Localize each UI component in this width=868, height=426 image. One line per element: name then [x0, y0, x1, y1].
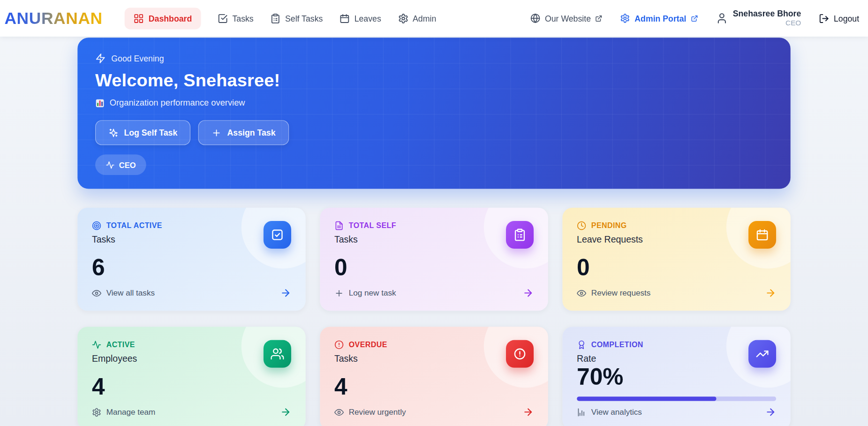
card-action-label: View all tasks — [106, 289, 155, 297]
greeting-row: Good Evening — [95, 53, 773, 63]
nav-item-leaves[interactable]: Leaves — [340, 13, 381, 23]
card-title: Employees — [92, 353, 291, 364]
user-role: CEO — [785, 19, 801, 28]
bar-chart-icon — [577, 407, 586, 417]
card-action-log-new-task[interactable]: Log new task — [334, 288, 534, 299]
log-self-task-label: Log Self Task — [124, 128, 177, 137]
card-action-view-analytics[interactable]: View analytics — [577, 406, 776, 418]
file-text-icon — [334, 221, 344, 230]
nav-item-dashboard[interactable]: Dashboard — [125, 8, 201, 29]
nav-item-label: Tasks — [232, 14, 253, 23]
card-value: 4 — [92, 375, 291, 398]
nav-item-self-tasks[interactable]: Self Tasks — [270, 13, 323, 23]
nav-item-tasks[interactable]: Tasks — [218, 13, 254, 23]
gear-icon — [620, 13, 630, 23]
logout-icon — [819, 13, 829, 23]
nav-item-admin[interactable]: Admin — [398, 13, 436, 23]
card-value: 70% — [577, 365, 776, 389]
welcome-title: Welcome, Snehasree! — [95, 70, 773, 91]
sparkles-icon — [108, 128, 118, 137]
stat-card-total-self-tasks[interactable]: TOTAL SELF Tasks 0 Log new task — [320, 208, 548, 311]
card-action-label: Log new task — [349, 289, 396, 297]
card-category: TOTAL ACTIVE — [106, 221, 162, 230]
logout-button[interactable]: Logout — [819, 13, 859, 23]
card-action-review-requests[interactable]: Review requests — [577, 288, 776, 299]
gear-icon — [92, 407, 101, 417]
role-badge: CEO — [95, 154, 146, 175]
completion-progress-fill — [577, 396, 716, 401]
stat-card-total-active-tasks[interactable]: TOTAL ACTIVE Tasks 6 View all tasks — [77, 208, 305, 311]
stat-card-overdue-tasks[interactable]: OVERDUE Tasks 4 Review urgently — [320, 327, 548, 426]
alert-circle-icon — [334, 340, 344, 350]
greeting-text: Good Evening — [111, 54, 164, 63]
stats-grid: TOTAL ACTIVE Tasks 6 View all tasks — [77, 208, 790, 426]
check-square-icon — [264, 221, 291, 249]
activity-icon — [106, 160, 114, 169]
dashboard-main: Good Evening Welcome, Snehasree! Organiz… — [0, 37, 868, 426]
card-category: TOTAL SELF — [349, 221, 396, 230]
arrow-right-icon — [522, 288, 534, 299]
plus-icon — [334, 288, 344, 297]
calendar-icon — [748, 221, 776, 249]
admin-portal-link[interactable]: Admin Portal — [620, 13, 698, 23]
nav-item-label: Admin — [413, 14, 436, 23]
assign-task-button[interactable]: Assign Task — [198, 120, 289, 145]
eye-icon — [92, 288, 101, 297]
stat-card-active-employees[interactable]: ACTIVE Employees 4 Manage team — [77, 327, 305, 426]
gear-icon — [398, 13, 408, 23]
card-action-label: View analytics — [591, 408, 642, 417]
app-viewport: ANURANAN Dashboard Tasks Self Tasks — [0, 0, 868, 426]
alert-circle-icon — [506, 340, 534, 368]
nav-item-label: Leaves — [355, 14, 381, 23]
card-title: Tasks — [334, 353, 534, 364]
arrow-right-icon — [522, 406, 534, 418]
logout-label: Logout — [834, 14, 859, 23]
brand-logo[interactable]: ANURANAN — [4, 9, 102, 28]
card-action-label: Manage team — [106, 408, 156, 417]
stat-card-pending-leave-requests[interactable]: PENDING Leave Requests 0 Review requests — [562, 208, 790, 311]
assign-task-label: Assign Task — [227, 128, 276, 137]
main-nav: Dashboard Tasks Self Tasks Leaves — [125, 8, 436, 29]
card-action-view-all-tasks[interactable]: View all tasks — [92, 288, 291, 299]
card-value: 6 — [92, 256, 291, 279]
clock-icon — [577, 221, 586, 230]
eye-icon — [334, 407, 344, 417]
card-category: COMPLETION — [591, 341, 643, 349]
card-value: 0 — [334, 256, 534, 279]
trending-up-icon — [748, 340, 776, 368]
arrow-right-icon — [765, 288, 776, 299]
user-name: Snehasree Bhore — [733, 8, 801, 19]
card-title: Tasks — [334, 234, 534, 244]
user-icon — [716, 12, 728, 24]
completion-progress-bar — [577, 396, 776, 401]
globe-icon — [530, 13, 540, 23]
card-action-manage-team[interactable]: Manage team — [92, 406, 291, 418]
card-category: PENDING — [591, 221, 627, 230]
card-title: Tasks — [92, 234, 291, 244]
navbar-right-group: Our Website Admin Portal Sneh — [530, 8, 859, 28]
arrow-right-icon — [765, 406, 776, 418]
external-link-icon — [595, 15, 602, 22]
card-category: OVERDUE — [349, 341, 387, 349]
activity-icon — [92, 340, 101, 350]
card-category-row: PENDING — [577, 221, 776, 230]
card-action-review-urgently[interactable]: Review urgently — [334, 406, 534, 418]
check-square-icon — [218, 13, 228, 23]
user-menu[interactable]: Snehasree Bhore CEO — [716, 8, 801, 28]
arrow-right-icon — [280, 406, 291, 418]
card-category-row: ACTIVE — [92, 340, 291, 350]
banner-subtitle-row: Organization performance overview — [95, 98, 773, 108]
card-category: ACTIVE — [106, 341, 135, 349]
role-badge-label: CEO — [119, 160, 136, 169]
arrow-right-icon — [280, 288, 291, 299]
dashboard-grid-icon — [134, 13, 144, 23]
users-icon — [264, 340, 291, 368]
stat-card-completion-rate[interactable]: COMPLETION Rate 70% View analytics — [562, 327, 790, 426]
our-website-label: Our Website — [545, 14, 591, 23]
our-website-link[interactable]: Our Website — [530, 13, 603, 23]
clipboard-icon — [506, 221, 534, 249]
card-action-label: Review urgently — [349, 408, 406, 417]
clipboard-icon — [270, 13, 280, 23]
eye-icon — [577, 288, 586, 297]
log-self-task-button[interactable]: Log Self Task — [95, 120, 191, 145]
